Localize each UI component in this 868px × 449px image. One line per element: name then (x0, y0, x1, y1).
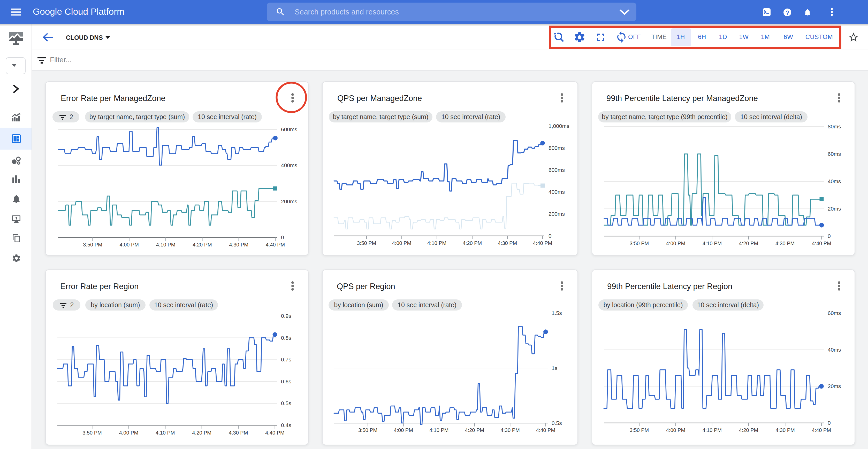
svg-text:1,000ms: 1,000ms (549, 123, 569, 129)
svg-text:4:30 PM: 4:30 PM (775, 240, 795, 246)
svg-text:0: 0 (828, 233, 831, 239)
svg-text:?: ? (785, 9, 789, 16)
svg-text:4:30 PM: 4:30 PM (775, 427, 795, 433)
svg-text:4:40 PM: 4:40 PM (533, 240, 552, 246)
svg-text:200ms: 200ms (549, 211, 565, 217)
svg-text:40ms: 40ms (828, 347, 841, 353)
svg-text:0.8s: 0.8s (281, 335, 291, 341)
svg-text:4:00 PM: 4:00 PM (666, 427, 685, 433)
svg-text:3:50 PM: 3:50 PM (357, 240, 376, 246)
svg-text:4:20 PM: 4:20 PM (739, 427, 758, 433)
svg-text:0.6s: 0.6s (281, 379, 291, 384)
svg-text:3:50 PM: 3:50 PM (83, 430, 101, 436)
svg-text:0.5s: 0.5s (552, 420, 562, 426)
svg-text:0: 0 (549, 233, 552, 239)
svg-text:4:30 PM: 4:30 PM (229, 430, 248, 436)
svg-text:1s: 1s (552, 365, 557, 371)
svg-text:200ms: 200ms (281, 198, 297, 204)
svg-text:0: 0 (828, 420, 831, 426)
svg-text:60ms: 60ms (828, 151, 841, 157)
svg-text:4:40 PM: 4:40 PM (266, 242, 285, 248)
svg-text:3:50 PM: 3:50 PM (358, 427, 377, 433)
svg-text:4:20 PM: 4:20 PM (739, 240, 758, 246)
svg-text:800ms: 800ms (549, 145, 565, 151)
svg-text:0.9s: 0.9s (281, 313, 291, 319)
svg-text:60ms: 60ms (828, 310, 841, 316)
svg-text:4:30 PM: 4:30 PM (500, 427, 520, 433)
svg-text:4:30 PM: 4:30 PM (498, 240, 517, 246)
svg-text:4:40 PM: 4:40 PM (812, 240, 831, 246)
svg-text:0.4s: 0.4s (281, 422, 291, 428)
svg-text:4:10 PM: 4:10 PM (429, 427, 448, 433)
svg-text:0.5s: 0.5s (281, 400, 291, 406)
svg-text:3:50 PM: 3:50 PM (630, 427, 649, 433)
svg-text:4:10 PM: 4:10 PM (703, 240, 722, 246)
svg-text:4:10 PM: 4:10 PM (156, 242, 175, 248)
svg-text:0.7s: 0.7s (281, 356, 291, 362)
svg-text:3:50 PM: 3:50 PM (83, 242, 102, 248)
svg-text:3:50 PM: 3:50 PM (630, 240, 649, 246)
svg-text:4:00 PM: 4:00 PM (119, 430, 138, 436)
svg-text:4:10 PM: 4:10 PM (156, 430, 175, 436)
svg-text:4:40 PM: 4:40 PM (812, 427, 831, 433)
svg-text:20ms: 20ms (828, 383, 841, 389)
svg-text:400ms: 400ms (281, 162, 297, 168)
svg-text:4:20 PM: 4:20 PM (193, 242, 212, 248)
svg-text:40ms: 40ms (828, 178, 841, 184)
svg-text:4:00 PM: 4:00 PM (392, 240, 411, 246)
svg-text:400ms: 400ms (549, 189, 565, 195)
svg-text:4:40 PM: 4:40 PM (265, 430, 284, 436)
svg-text:4:20 PM: 4:20 PM (465, 427, 484, 433)
svg-text:4:00 PM: 4:00 PM (394, 427, 413, 433)
svg-text:4:40 PM: 4:40 PM (536, 427, 555, 433)
svg-text:4:10 PM: 4:10 PM (702, 427, 721, 433)
svg-text:80ms: 80ms (828, 124, 841, 129)
svg-text:0: 0 (281, 234, 284, 240)
svg-text:600ms: 600ms (549, 167, 565, 173)
svg-text:4:20 PM: 4:20 PM (463, 240, 482, 246)
svg-text:600ms: 600ms (281, 126, 297, 132)
svg-text:1.5s: 1.5s (552, 310, 562, 316)
svg-text:4:30 PM: 4:30 PM (229, 242, 248, 248)
svg-text:4:20 PM: 4:20 PM (192, 430, 211, 436)
svg-text:4:10 PM: 4:10 PM (427, 240, 446, 246)
svg-text:4:00 PM: 4:00 PM (120, 242, 139, 248)
svg-text:20ms: 20ms (828, 206, 841, 212)
svg-text:4:00 PM: 4:00 PM (666, 240, 685, 246)
